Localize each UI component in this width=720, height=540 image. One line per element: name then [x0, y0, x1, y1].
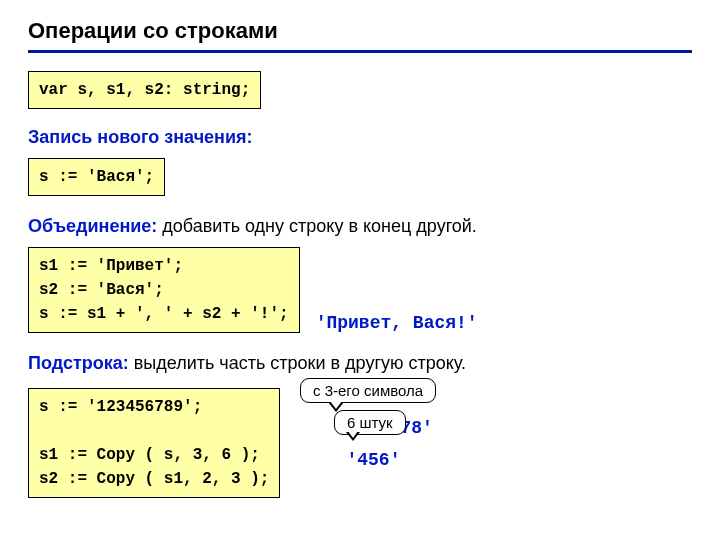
- heading-concat: Объединение: добавить одну строку в коне…: [28, 216, 692, 237]
- declaration-block: var s, s1, s2: string;: [28, 67, 692, 119]
- code-concat: s1 := 'Привет'; s2 := 'Вася'; s := s1 + …: [28, 247, 300, 333]
- section-substring: Подстрока: выделить часть строки в другу…: [28, 353, 692, 508]
- heading-assign: Запись нового значения:: [28, 127, 692, 148]
- code-declaration: var s, s1, s2: string;: [28, 71, 261, 109]
- result-concat: 'Привет, Вася!': [316, 313, 478, 343]
- callout-count: 6 штук: [334, 410, 406, 435]
- callout-from-char: с 3-его символа: [300, 378, 436, 403]
- heading-substring-bold: Подстрока:: [28, 353, 129, 373]
- section-concat: Объединение: добавить одну строку в коне…: [28, 216, 692, 343]
- page-title: Операции со строками: [28, 18, 692, 53]
- result-copy2: '456': [346, 450, 432, 470]
- callout-count-tail: [346, 432, 360, 441]
- heading-concat-bold: Объединение:: [28, 216, 157, 236]
- code-assign: s := 'Вася';: [28, 158, 165, 196]
- code-substring: s := '123456789'; s1 := Copy ( s, 3, 6 )…: [28, 388, 280, 498]
- heading-substring: Подстрока: выделить часть строки в другу…: [28, 353, 692, 374]
- heading-substring-rest: выделить часть строки в другую строку.: [129, 353, 466, 373]
- section-assign: Запись нового значения: s := 'Вася';: [28, 127, 692, 206]
- heading-concat-rest: добавить одну строку в конец другой.: [157, 216, 477, 236]
